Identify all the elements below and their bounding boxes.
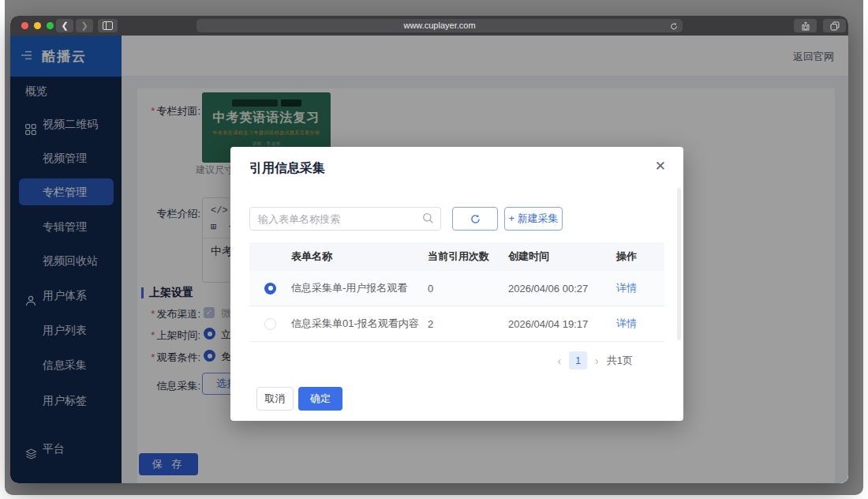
col-ref-count: 当前引用次数 — [428, 250, 508, 264]
forms-table: 表单名称 当前引用次数 创建时间 操作 信息采集单-用户报名观看 0 2026/… — [249, 242, 664, 342]
new-collect-button[interactable]: + 新建采集 — [504, 207, 563, 231]
share-button[interactable] — [794, 19, 817, 32]
form-name: 信息采集单-用户报名观看 — [291, 281, 428, 295]
next-page-icon[interactable]: › — [595, 355, 599, 367]
form-name: 信息采集单01-报名观看内容 — [291, 317, 428, 331]
row-radio-checked[interactable] — [264, 283, 276, 295]
search-icon — [422, 212, 434, 227]
share-icon — [802, 21, 810, 31]
app-viewport: 酷播云 概览 视频二维码 视频管理 — [10, 36, 848, 483]
search-input[interactable] — [249, 207, 441, 231]
close-icon[interactable]: ✕ — [655, 159, 666, 173]
col-form-name: 表单名称 — [291, 250, 428, 264]
table-row[interactable]: 信息采集单01-报名观看内容 2 2026/04/04 19:17 详情 — [249, 306, 664, 342]
ref-count: 2 — [428, 318, 508, 330]
ref-count: 0 — [428, 283, 508, 295]
refresh-list-button[interactable] — [452, 207, 498, 231]
reference-info-collect-dialog: 引用信息采集 ✕ + 新建采集 — [230, 147, 683, 421]
form-search — [249, 207, 441, 231]
row-radio-unchecked[interactable] — [264, 318, 276, 330]
url-bar[interactable]: www.cuplayer.com — [196, 19, 683, 32]
prev-page-icon[interactable]: ‹ — [557, 355, 561, 367]
back-button[interactable]: ❮ — [56, 19, 73, 32]
modal-scrollbar[interactable] — [677, 188, 681, 340]
sidebar-toggle-icon — [103, 21, 113, 30]
maximize-window-button[interactable] — [47, 22, 54, 29]
cancel-button[interactable]: 取消 — [256, 387, 294, 411]
created-time: 2026/04/06 00:27 — [508, 283, 616, 295]
sidebar-toggle-button[interactable] — [98, 19, 118, 32]
confirm-button[interactable]: 确定 — [298, 387, 342, 411]
page-number[interactable]: 1 — [569, 351, 587, 370]
tabs-icon — [830, 21, 840, 31]
minimize-window-button[interactable] — [34, 22, 41, 29]
created-time: 2026/04/04 19:17 — [508, 318, 616, 330]
dialog-title: 引用信息采集 — [249, 160, 325, 177]
tabs-overview-button[interactable] — [823, 19, 846, 32]
table-row[interactable]: 信息采集单-用户报名观看 0 2026/04/06 00:27 详情 — [249, 271, 664, 306]
total-pages: 共1页 — [607, 354, 633, 368]
close-window-button[interactable] — [21, 22, 28, 29]
col-created-time: 创建时间 — [508, 250, 616, 264]
detail-link[interactable]: 详情 — [616, 317, 637, 329]
col-action: 操作 — [616, 250, 664, 264]
table-header-row: 表单名称 当前引用次数 创建时间 操作 — [249, 242, 664, 271]
pagination: ‹ 1 › 共1页 — [557, 351, 633, 370]
forward-button[interactable]: ❯ — [76, 19, 93, 32]
refresh-page-icon[interactable] — [670, 21, 678, 35]
browser-chrome: ❮ ❯ www.cuplayer.com — [10, 16, 848, 36]
refresh-icon — [470, 214, 481, 224]
traffic-lights — [21, 22, 54, 29]
browser-window: ❮ ❯ www.cuplayer.com — [10, 16, 848, 483]
url-text: www.cuplayer.com — [403, 21, 475, 30]
detail-link[interactable]: 详情 — [616, 282, 637, 294]
